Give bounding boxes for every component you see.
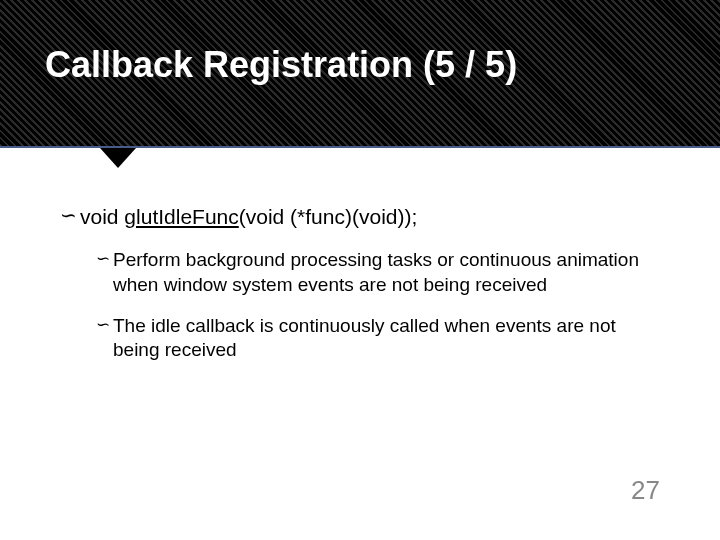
bullet-icon: ∽ [96,316,107,333]
sub-bullet: ∽ Perform background processing tasks or… [96,248,660,297]
main-bullet: ∽ void glutIdleFunc(void (*func)(void)); [60,203,660,230]
main-signature: (void (*func)(void)); [239,205,418,228]
slide-header: Callback Registration (5 / 5) [0,0,720,148]
sub-bullet-text: The idle callback is continuously called… [113,314,660,363]
main-bullet-text: void glutIdleFunc(void (*func)(void)); [80,203,417,230]
sub-bullet-text: Perform background processing tasks or c… [113,248,660,297]
sub-bullet: ∽ The idle callback is continuously call… [96,314,660,363]
page-number: 27 [631,475,660,506]
bullet-icon: ∽ [60,205,74,225]
main-prefix: void [80,205,124,228]
bullet-icon: ∽ [96,250,107,267]
header-notch [100,148,136,168]
slide-container: Callback Registration (5 / 5) ∽ void glu… [0,0,720,540]
slide-content: ∽ void glutIdleFunc(void (*func)(void));… [0,148,720,363]
main-func-name: glutIdleFunc [124,205,238,228]
slide-title: Callback Registration (5 / 5) [45,44,517,86]
